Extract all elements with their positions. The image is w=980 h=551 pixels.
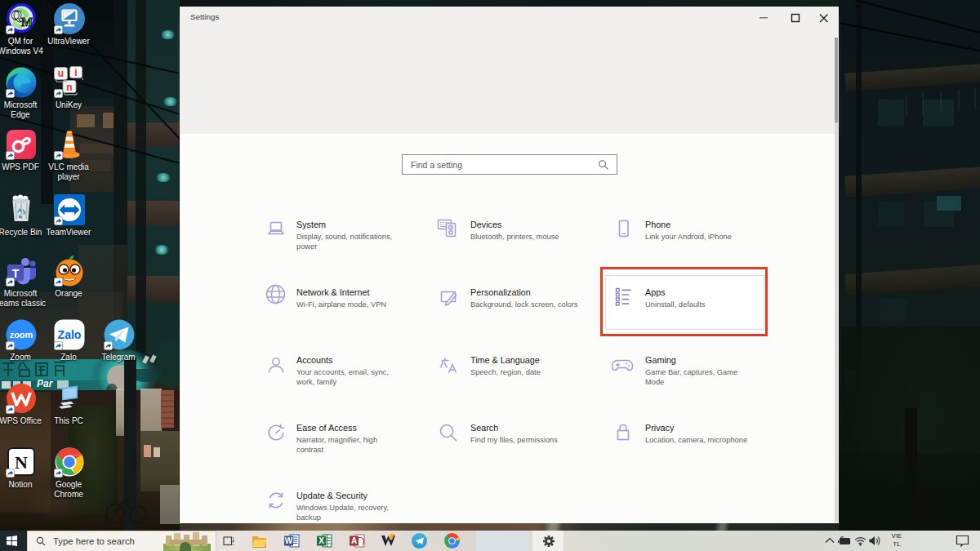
svg-text:n: n — [66, 82, 72, 93]
svg-text:Zalo: Zalo — [58, 328, 82, 341]
svg-text:i: i — [74, 67, 77, 78]
svg-text:X: X — [318, 536, 324, 545]
svg-text:M: M — [21, 16, 33, 29]
svg-text:N: N — [15, 452, 28, 473]
svg-text:u: u — [58, 68, 64, 79]
svg-text:zoom: zoom — [10, 330, 33, 340]
svg-text:A: A — [351, 536, 357, 545]
svg-text:W: W — [285, 536, 293, 545]
svg-text:Q: Q — [11, 7, 21, 23]
